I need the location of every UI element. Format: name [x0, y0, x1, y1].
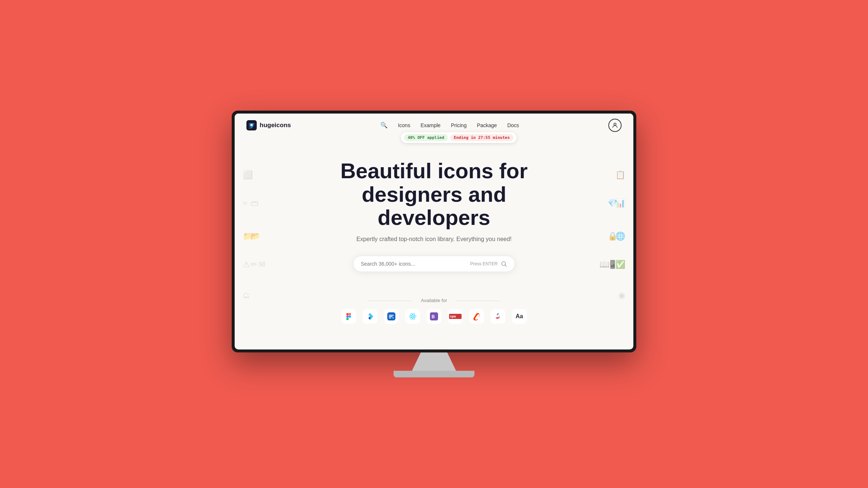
font-icon-text: Aa [516, 313, 523, 320]
tool-figma[interactable] [341, 309, 356, 324]
tool-flutter[interactable] [363, 309, 377, 324]
search-submit-icon [501, 261, 507, 267]
svg-text:npm: npm [450, 315, 456, 318]
tool-icons-list: B npm [264, 309, 604, 324]
tool-hugeiconapp[interactable] [384, 309, 399, 324]
svg-point-8 [349, 315, 351, 317]
hero-subtitle: Expertly crafted top-notch icon library.… [249, 236, 619, 243]
svg-point-13 [392, 317, 394, 319]
search-hint-text: Press ENTER [470, 261, 498, 266]
user-account-button[interactable] [608, 119, 622, 132]
search-input[interactable] [361, 261, 470, 267]
logo-icon [246, 120, 257, 130]
svg-rect-4 [346, 313, 349, 315]
hero-title: Beautiful icons for designers and develo… [324, 159, 544, 229]
nav-package[interactable]: Package [477, 122, 497, 128]
monitor-stand-neck [412, 352, 456, 371]
navbar: hugeicons 🔍 Icons Example Pricing 40% OF… [235, 114, 633, 137]
svg-rect-7 [346, 318, 349, 320]
svg-point-14 [412, 316, 413, 317]
search-icon[interactable]: 🔍 [380, 122, 388, 129]
tool-font[interactable]: Aa [512, 309, 527, 324]
search-bar: Press ENTER [353, 256, 515, 272]
pricing-dropdown: 40% OFF applied Ending in 27:55 minutes [401, 132, 516, 143]
svg-point-1 [250, 124, 253, 126]
hero-section: Beautiful icons for designers and develo… [235, 137, 633, 349]
nav-links: 🔍 Icons Example Pricing 40% OFF applied … [380, 122, 519, 129]
logo-text: hugeicons [260, 122, 291, 129]
svg-rect-6 [346, 315, 349, 317]
svg-rect-5 [349, 313, 351, 315]
nav-example[interactable]: Example [420, 122, 440, 128]
tool-bootstrap[interactable]: B [427, 309, 441, 324]
available-section: Available for [249, 290, 619, 335]
nav-icons[interactable]: Icons [398, 122, 410, 128]
tool-react[interactable] [405, 309, 420, 324]
logo[interactable]: hugeicons [246, 120, 291, 130]
svg-point-2 [614, 123, 616, 125]
available-label: Available for [264, 298, 604, 303]
tool-java[interactable] [491, 309, 505, 324]
svg-text:B: B [432, 314, 435, 319]
hero-title-line2: designers and developers [362, 182, 506, 230]
nav-docs[interactable]: Docs [507, 122, 519, 128]
user-icon [612, 122, 618, 129]
tool-svelte[interactable] [469, 309, 484, 324]
search-hint: Press ENTER [470, 261, 507, 267]
tool-npm[interactable]: npm [448, 309, 463, 324]
nav-pricing[interactable]: Pricing [451, 122, 467, 128]
hero-title-line1: Beautiful icons for [340, 159, 527, 183]
monitor-stand-base [394, 371, 474, 377]
discount-badge: 40% OFF applied [404, 134, 448, 141]
nav-pricing-container: Pricing 40% OFF applied Ending in 27:55 … [451, 122, 467, 129]
nav-right [608, 119, 622, 132]
timer-badge: Ending in 27:55 minutes [450, 134, 513, 141]
